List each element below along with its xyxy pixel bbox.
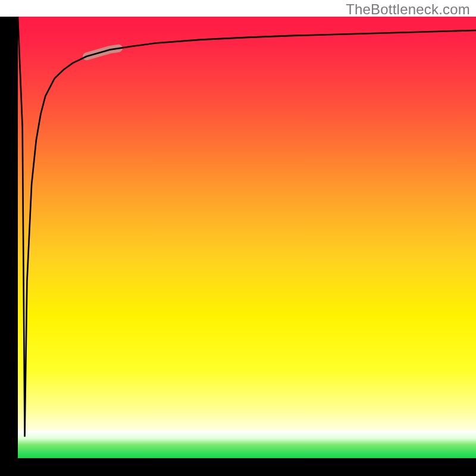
x-axis — [0, 458, 476, 476]
chart-container: TheBottleneck.com — [0, 0, 476, 476]
watermark-text: TheBottleneck.com — [346, 1, 470, 18]
plot-gradient-background — [18, 17, 476, 458]
y-axis — [0, 17, 18, 458]
